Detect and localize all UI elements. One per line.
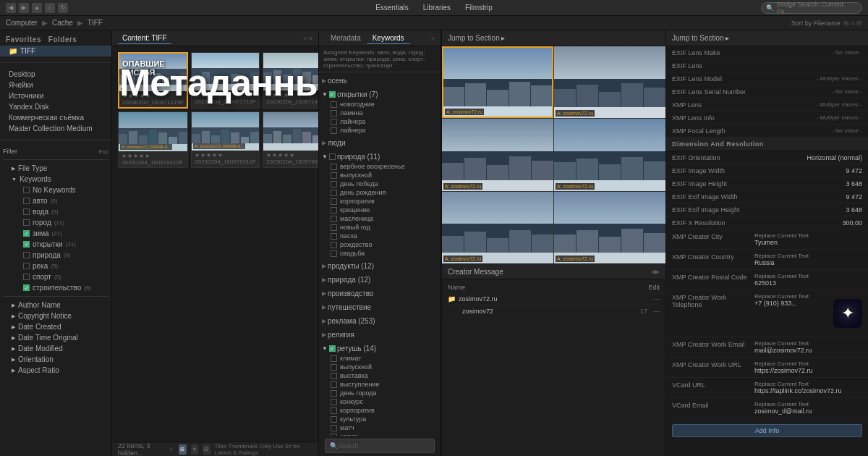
nav-forward-button[interactable]: ▶ — [19, 3, 29, 13]
kw-header-otkrytki[interactable]: ▼ ✓ открытки (7) — [322, 89, 438, 100]
kw-check-kultura[interactable] — [331, 416, 337, 423]
preview-cell-4[interactable]: A: zosimov72.ru — [554, 119, 665, 190]
filter-author[interactable]: ▶ Author Name — [3, 300, 109, 311]
filter-date-created[interactable]: ▶ Date Created — [3, 321, 109, 332]
kw-header-religiya[interactable]: ▶ религия — [322, 329, 438, 340]
kw-header-proizv[interactable]: ▶ производство — [322, 288, 438, 299]
kw-check-retush[interactable]: ✓ — [329, 345, 336, 352]
kw-check-rozhdestvo[interactable] — [331, 242, 337, 248]
kw-no-keywords[interactable]: No Keywords — [14, 185, 109, 195]
menu-filmstrip[interactable]: Filmstrip — [462, 2, 495, 13]
nav-refresh-button[interactable]: ↻ — [58, 3, 68, 13]
kw-check-otkrytki-panel[interactable]: ✓ — [329, 91, 336, 98]
kw-check-den-pobedy[interactable] — [331, 181, 337, 187]
keywords-search[interactable]: 🔍 Search — [325, 439, 435, 453]
kw-check-den-goroda[interactable] — [331, 390, 337, 397]
path-computer[interactable]: Computer — [6, 19, 38, 27]
filter-date-original[interactable]: ▶ Date Time Original — [3, 332, 109, 343]
kw-header-lyudi[interactable]: ▶ люди — [322, 138, 438, 148]
kw-check-kreschenie[interactable] — [331, 207, 337, 214]
kw-avto[interactable]: авто (6) — [14, 195, 109, 206]
sidebar-item-istochniki[interactable]: Источники — [0, 90, 111, 101]
tab-content-tiff[interactable]: Content: TIFF — [118, 33, 171, 44]
folder-row-1[interactable]: 📁 zosimov72.ru — — [442, 293, 665, 305]
kw-check-reka[interactable] — [23, 263, 30, 269]
kw-header-putesh[interactable]: ▶ путешествие — [322, 302, 438, 313]
path-tiff[interactable]: TIFF — [88, 19, 103, 27]
menu-libraries[interactable]: Libraries — [420, 2, 454, 13]
kw-header-retush[interactable]: ▼ ✓ ретушь (14) — [322, 343, 438, 354]
kw-check-vystavka[interactable] — [331, 373, 337, 379]
image-cell-1[interactable]: ОПАВШИЕ ЛИСТЬЯ ★★★★★ 20230204_160971119F — [118, 52, 188, 109]
filter-aspect[interactable]: ▶ Aspect Ratio — [3, 365, 109, 376]
kw-check-zima[interactable]: ✓ — [23, 230, 30, 237]
kw-check-maslenitsa[interactable] — [331, 216, 337, 222]
sort-label[interactable]: Sort by Filename — [791, 20, 841, 27]
kw-check-konkurs[interactable] — [331, 399, 337, 405]
kw-otkrytki[interactable]: ✓ открытки (21) — [14, 239, 109, 250]
image-cell-6[interactable]: ★★★★★ 20230204_160978610F — [263, 111, 318, 167]
view-list-button[interactable]: ≡ — [191, 444, 199, 455]
nav-home-button[interactable]: ⌂ — [45, 3, 55, 13]
kw-header-osen[interactable]: ▶ осень — [322, 75, 438, 86]
kw-check-lamina[interactable] — [331, 110, 337, 117]
sidebar-item-desktop[interactable]: Desktop — [0, 69, 111, 80]
sidebar-item-master[interactable]: Master Collection Medium — [0, 123, 111, 134]
kw-check-korporativ2[interactable] — [331, 408, 337, 414]
kw-check-pobeda[interactable] — [331, 127, 337, 134]
kw-gorod[interactable]: город (21) — [14, 217, 109, 228]
kw-check-avto[interactable] — [23, 198, 30, 204]
tab-metadata[interactable]: Metadata — [325, 33, 367, 44]
kw-sport[interactable]: спорт (5) — [14, 271, 109, 282]
kw-check-vystuplenie[interactable] — [331, 381, 337, 388]
kw-reka[interactable]: река (5) — [14, 261, 109, 271]
menu-essentials[interactable]: Essentials — [373, 2, 412, 13]
kw-check-vypusk2[interactable] — [331, 364, 337, 371]
filter-filetype[interactable]: ▶ File Type — [3, 163, 109, 174]
preview-cell-3[interactable]: A: zosimov72.ru — [442, 119, 553, 190]
kw-check-novogodnie[interactable] — [331, 101, 337, 108]
view-detail-button[interactable]: ⊟ — [203, 444, 210, 455]
kw-check-svadba[interactable] — [331, 250, 337, 257]
kw-check-voda[interactable] — [23, 208, 30, 215]
add-info-button[interactable]: Add Info — [672, 424, 862, 437]
kw-check-none[interactable] — [23, 187, 30, 193]
image-cell-3[interactable]: ★★★★★ 20230204_160971419F — [263, 52, 318, 109]
kw-header-reklama[interactable]: ▶ реклама (253) — [322, 316, 438, 326]
image-cell-5[interactable]: A: zosimov72_RA049-0... ★★★★★ 20230204_1… — [191, 111, 260, 167]
nav-up-button[interactable]: ▲ — [32, 3, 42, 13]
kw-check-korporativ[interactable] — [331, 198, 337, 205]
panel-close[interactable]: × — [431, 35, 435, 42]
kw-check-sport[interactable] — [23, 274, 30, 280]
preview-cell-2[interactable]: A: zosimov72.ru — [554, 46, 665, 118]
kw-header-priroda[interactable]: ▼ природа (11) — [322, 151, 438, 162]
folder-row-2[interactable]: zosimov72 17 — — [442, 305, 665, 318]
kw-check-den-rozhd[interactable] — [331, 190, 337, 196]
kw-check-pasha[interactable] — [331, 233, 337, 240]
kw-header-priroda2[interactable]: ▶ природа (12) — [322, 274, 438, 285]
filter-copyright[interactable]: ▶ Copyright Notice — [3, 311, 109, 321]
filter-orientation[interactable]: ▶ Orientation — [3, 354, 109, 365]
sidebar-item-yacheiki[interactable]: Ячейки — [0, 80, 111, 90]
kw-header-produkty[interactable]: ▶ продукты (12) — [322, 261, 438, 271]
image-cell-2[interactable]: ★★★★★ 20230204_160971719F — [191, 52, 260, 109]
kw-stroitelstvo[interactable]: ✓ строительство (6) — [14, 282, 109, 293]
filter-keywords[interactable]: ▼ Keywords — [3, 174, 109, 185]
preview-cell-1[interactable]: A: zosimov72.ru — [442, 46, 553, 118]
kw-check-priroda[interactable] — [23, 252, 30, 258]
kw-check-otkrytki[interactable]: ✓ — [23, 241, 30, 248]
kw-check-klimat[interactable] — [331, 355, 337, 362]
preview-cell-5[interactable]: A: zosimov72.ru — [442, 192, 553, 263]
kw-check-match[interactable] — [331, 425, 337, 431]
preview-cell-6[interactable]: A: zosimov72.ru — [554, 192, 665, 263]
kw-check-vypusknoj[interactable] — [331, 172, 337, 179]
view-grid-button[interactable]: ⊞ — [179, 444, 187, 455]
kw-check-verbnoye[interactable] — [331, 164, 337, 170]
kw-priroda[interactable]: природа (9) — [14, 250, 109, 261]
image-cell-4[interactable]: A: zosimov72_RA049-0... ★★★★★ 20230204_1… — [118, 111, 188, 167]
nav-back-button[interactable]: ◀ — [6, 3, 16, 13]
add-items-btn[interactable]: + — [169, 446, 173, 453]
kw-check-nomer[interactable] — [331, 434, 337, 436]
minus-btn-2[interactable]: — — [653, 308, 660, 315]
sidebar-item-yandex[interactable]: Yandex Disk — [0, 101, 111, 112]
